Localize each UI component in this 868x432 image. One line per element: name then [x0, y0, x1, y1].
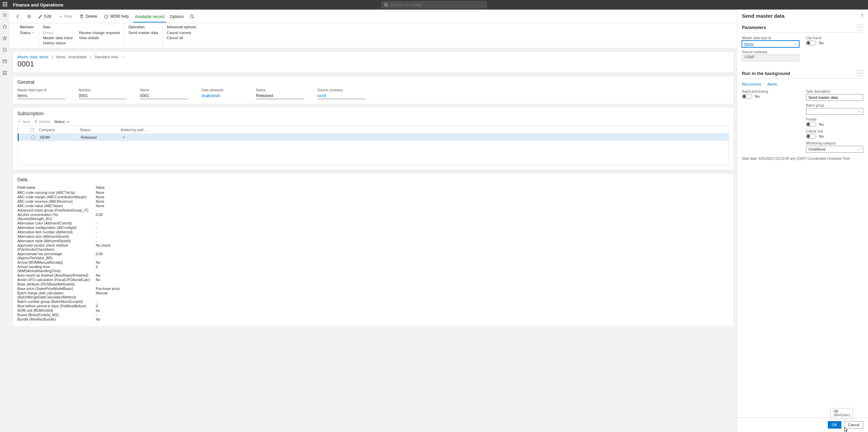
- svg-line-1: [387, 5, 388, 6]
- top-header: Finance and Operations: [0, 0, 868, 10]
- search-icon: [384, 3, 388, 7]
- global-search-input[interactable]: [390, 2, 484, 7]
- global-search[interactable]: [381, 1, 487, 9]
- app-title: Finance and Operations: [13, 2, 63, 7]
- svg-point-0: [384, 3, 387, 6]
- waffle-icon[interactable]: [3, 2, 8, 7]
